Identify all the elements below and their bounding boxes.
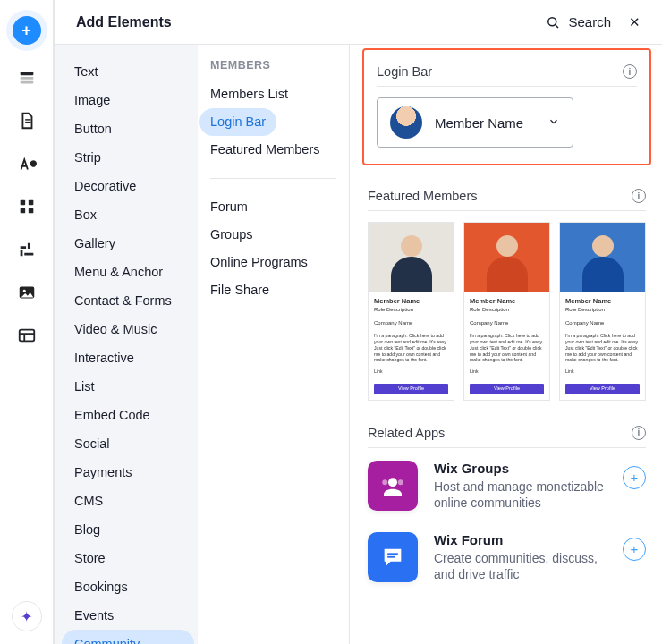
member-card-role: Role Description [470, 307, 544, 314]
search-label: Search [568, 14, 611, 30]
design-icon[interactable] [17, 154, 37, 174]
subcategory-item[interactable]: File Share [199, 276, 336, 304]
member-card-link: Link [374, 369, 448, 375]
login-bar-name: Member Name [435, 115, 535, 131]
groups-icon [368, 461, 418, 511]
add-app-button[interactable]: + [623, 538, 646, 561]
media-icon[interactable] [17, 283, 37, 302]
member-card[interactable]: Member NameRole DescriptionCompany NameI… [559, 222, 646, 401]
category-item[interactable]: List [62, 372, 194, 401]
member-card[interactable]: Member NameRole DescriptionCompany NameI… [463, 222, 550, 401]
add-app-button[interactable]: + [623, 466, 646, 489]
category-item[interactable]: Interactive [62, 343, 194, 372]
svg-rect-16 [387, 553, 398, 555]
category-item[interactable]: Payments [62, 458, 194, 487]
member-card-name: Member Name [470, 297, 544, 305]
chevron-down-icon [547, 115, 560, 131]
elements-preview-column: Login Bar i Member Name Featured Members… [350, 45, 662, 644]
category-item[interactable]: Embed Code [62, 401, 194, 429]
svg-rect-1 [20, 77, 33, 80]
related-apps-section-title: Related Apps [368, 426, 445, 440]
left-rail: + ✦ [0, 0, 54, 644]
pages-icon[interactable] [17, 111, 37, 131]
svg-point-13 [388, 478, 397, 487]
member-card-name: Member Name [374, 297, 448, 305]
category-item[interactable]: CMS [62, 487, 194, 515]
subcategory-item[interactable]: Login Bar [199, 108, 276, 136]
content-icon[interactable] [17, 326, 37, 345]
view-profile-button[interactable]: View Profile [565, 384, 640, 394]
member-card-link: Link [470, 369, 544, 375]
panel-title: Add Elements [76, 14, 172, 30]
member-photo [369, 223, 454, 292]
category-item[interactable]: Button [62, 114, 194, 143]
category-item[interactable]: Contact & Forms [62, 286, 194, 315]
subcategory-item[interactable]: Groups [199, 221, 336, 249]
svg-rect-8 [28, 208, 33, 214]
category-item[interactable]: Strip [62, 143, 194, 172]
category-item[interactable]: Box [62, 200, 194, 229]
svg-rect-4 [25, 122, 30, 123]
category-item[interactable]: Community [62, 630, 194, 644]
app-title: Wix Groups [434, 461, 607, 476]
info-icon[interactable]: i [632, 189, 646, 203]
panel-close-button[interactable]: ✕ [629, 14, 641, 30]
info-icon[interactable]: i [632, 426, 646, 440]
apps-icon[interactable] [17, 197, 37, 216]
info-icon[interactable]: i [623, 64, 637, 79]
member-card-company: Company Name [565, 320, 640, 327]
category-item[interactable]: Menu & Anchor [62, 258, 194, 286]
member-card-link: Link [565, 369, 640, 375]
category-item[interactable]: Store [62, 544, 194, 572]
member-card-company: Company Name [374, 320, 448, 327]
member-card-role: Role Description [565, 307, 640, 314]
svg-rect-5 [20, 200, 25, 206]
panel-header: Add Elements Search ✕ [55, 0, 662, 45]
related-app-row: Wix GroupsHost and manage monetizable on… [368, 461, 646, 511]
svg-point-14 [382, 479, 387, 485]
member-card-paragraph: I'm a paragraph. Click here to add your … [470, 333, 544, 363]
category-item[interactable]: Gallery [62, 229, 194, 258]
category-list: TextImageButtonStripDecorativeBoxGallery… [55, 45, 198, 644]
member-card-role: Role Description [374, 307, 448, 314]
login-bar-highlight: Login Bar i Member Name [362, 48, 651, 165]
login-bar-section-title: Login Bar [377, 64, 432, 79]
featured-members-cards: Member NameRole DescriptionCompany NameI… [368, 222, 646, 401]
app-description: Create communities, discuss, and drive t… [434, 550, 604, 582]
member-photo [464, 223, 549, 292]
view-profile-button[interactable]: View Profile [374, 384, 448, 394]
sections-icon[interactable] [17, 68, 37, 88]
member-card[interactable]: Member NameRole DescriptionCompany NameI… [368, 222, 454, 401]
subcategory-item[interactable]: Featured Members [199, 136, 336, 164]
svg-rect-17 [387, 555, 395, 557]
subcategory-item[interactable]: Forum [199, 193, 336, 221]
svg-point-15 [398, 479, 403, 485]
subcategory-item[interactable]: Online Programs [199, 249, 336, 276]
svg-rect-11 [19, 330, 34, 342]
ai-assistant-button[interactable]: ✦ [12, 601, 42, 631]
category-item[interactable]: Text [62, 57, 194, 86]
search-icon [545, 14, 561, 30]
view-profile-button[interactable]: View Profile [470, 384, 544, 394]
category-item[interactable]: Bookings [62, 572, 194, 601]
category-item[interactable]: Video & Music [62, 315, 194, 343]
subcategory-item[interactable]: Members List [199, 80, 336, 108]
category-item[interactable]: Decorative [62, 172, 194, 200]
member-card-paragraph: I'm a paragraph. Click here to add your … [374, 333, 448, 363]
featured-members-section-title: Featured Members [368, 189, 478, 203]
subcategory-list: MEMBERS Members ListLogin BarFeatured Me… [198, 45, 350, 644]
app-description: Host and manage monetizable online commu… [434, 479, 604, 511]
category-item[interactable]: Events [62, 601, 194, 630]
category-item[interactable]: Social [62, 429, 194, 458]
panel-search-button[interactable]: Search [545, 14, 611, 30]
plugins-icon[interactable] [17, 240, 37, 259]
svg-point-12 [548, 17, 556, 25]
svg-rect-7 [20, 208, 25, 214]
login-bar-element[interactable]: Member Name [377, 97, 573, 148]
related-app-row: Wix ForumCreate communities, discuss, an… [368, 532, 646, 582]
avatar-icon [390, 106, 422, 139]
member-card-name: Member Name [565, 297, 640, 305]
add-elements-button[interactable]: + [13, 16, 41, 45]
category-item[interactable]: Blog [62, 515, 194, 544]
category-item[interactable]: Image [62, 86, 194, 114]
